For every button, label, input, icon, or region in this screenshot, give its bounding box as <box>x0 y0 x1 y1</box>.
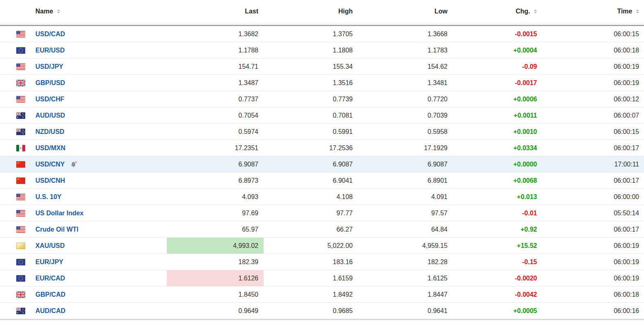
name-cell: NZD/USD <box>0 124 167 140</box>
name-cell: US Dollar Index <box>0 205 167 221</box>
chg-cell: +0.013 <box>453 189 542 205</box>
sort-icon <box>534 9 537 13</box>
time-cell: 06:00:15 <box>542 26 644 42</box>
table-row[interactable]: EUR/USD1.17881.18081.1783+0.000406:00:18 <box>0 42 644 59</box>
us-flag-icon <box>16 96 25 103</box>
table-row[interactable]: USD/CAD1.36821.37051.3668-0.001506:00:15 <box>0 26 644 42</box>
table-row[interactable]: XAU/USD4,993.025,022.004,959.15+15.5206:… <box>0 238 644 254</box>
time-cell: 05:50:14 <box>542 205 644 221</box>
instrument-link[interactable]: Crude Oil WTI <box>35 226 79 233</box>
table-row[interactable]: GBP/CAD1.84501.84921.8447-0.004206:00:18 <box>0 287 644 303</box>
instrument-link[interactable]: USD/CNY <box>35 161 65 168</box>
name-cell: GBP/CAD <box>0 287 167 302</box>
high-cell: 1.1808 <box>264 42 358 58</box>
chg-cell: +0.0004 <box>453 42 542 58</box>
chg-cell: -0.09 <box>453 59 542 74</box>
last-cell: 1.3487 <box>167 75 264 91</box>
time-cell: 06:00:00 <box>542 189 644 205</box>
instrument-link[interactable]: AUD/USD <box>35 112 65 119</box>
time-cell: 06:00:19 <box>542 238 644 254</box>
instrument-link[interactable]: AUD/CAD <box>35 307 65 315</box>
name-cell: USD/CAD <box>0 26 167 42</box>
cn-flag-icon <box>16 161 25 168</box>
table-row[interactable]: USD/MXN17.235117.253617.1929+0.033406:00… <box>0 140 644 156</box>
quotes-table: NameLastHighLowChg.Time USD/CAD1.36821.3… <box>0 0 644 320</box>
low-cell: 4.091 <box>358 189 453 205</box>
table-body: USD/CAD1.36821.37051.3668-0.001506:00:15… <box>0 26 644 319</box>
change-value: -0.09 <box>522 63 537 70</box>
low-cell: 154.62 <box>358 59 453 74</box>
column-header-name[interactable]: Name <box>0 8 167 15</box>
table-row[interactable]: Crude Oil WTI65.9766.2764.84+0.9206:00:1… <box>0 221 644 238</box>
instrument-link[interactable]: EUR/USD <box>35 47 65 54</box>
instrument-link[interactable]: USD/CNH <box>35 177 65 184</box>
table-row[interactable]: USD/CHF0.77370.77390.7720+0.000606:00:12 <box>0 91 644 107</box>
high-cell: 1.3705 <box>264 26 358 42</box>
change-value: +0.0068 <box>513 177 537 184</box>
table-row[interactable]: USD/CNH6.89736.90416.8901+0.006806:00:17 <box>0 173 644 189</box>
instrument-link[interactable]: USD/CAD <box>35 31 65 38</box>
change-value: +0.0010 <box>513 128 537 136</box>
low-cell: 17.1929 <box>358 140 453 156</box>
chg-cell: +0.92 <box>453 221 542 237</box>
chg-cell: -0.01 <box>453 205 542 221</box>
chg-cell: +0.0005 <box>453 303 542 319</box>
instrument-link[interactable]: GBP/CAD <box>35 291 65 298</box>
name-cell: XAU/USD <box>0 238 167 254</box>
high-cell: 1.6159 <box>264 270 358 286</box>
add-alert-bell-icon[interactable] <box>70 161 78 168</box>
table-row[interactable]: EUR/JPY182.39183.16182.28-0.1506:00:19 <box>0 254 644 270</box>
instrument-link[interactable]: NZD/USD <box>35 128 64 136</box>
high-cell: 6.9087 <box>264 156 358 172</box>
column-header-label: High <box>338 8 353 15</box>
column-header-chg[interactable]: Chg. <box>453 8 542 15</box>
instrument-link[interactable]: U.S. 10Y <box>35 193 61 201</box>
change-value: +15.52 <box>517 242 537 250</box>
instrument-link[interactable]: USD/CHF <box>35 96 64 103</box>
table-row[interactable]: USD/JPY154.71155.34154.62-0.0906:00:19 <box>0 59 644 75</box>
table-row[interactable]: USD/CNY6.90876.90876.9087+0.000017:00:11 <box>0 156 644 173</box>
table-row[interactable]: EUR/CAD1.61261.61591.6125-0.002006:00:19 <box>0 270 644 287</box>
name-cell: AUD/CAD <box>0 303 167 319</box>
nz-flag-icon <box>16 129 25 135</box>
eu-flag-icon <box>16 47 25 54</box>
change-value: -0.0042 <box>515 291 537 298</box>
change-value: -0.0015 <box>515 31 537 38</box>
time-cell: 06:00:19 <box>542 270 644 286</box>
table-row[interactable]: GBP/USD1.34871.35161.3481-0.001706:00:19 <box>0 75 644 91</box>
instrument-link[interactable]: EUR/CAD <box>35 275 65 282</box>
us-flag-icon <box>16 226 25 233</box>
name-cell: GBP/USD <box>0 75 167 91</box>
instrument-link[interactable]: EUR/JPY <box>35 258 63 266</box>
column-header-time[interactable]: Time <box>542 8 644 15</box>
instrument-link[interactable]: USD/MXN <box>35 144 65 152</box>
high-cell: 66.27 <box>264 221 358 237</box>
last-cell: 0.9649 <box>167 303 264 319</box>
high-cell: 5,022.00 <box>264 238 358 254</box>
chg-cell: +0.0068 <box>453 173 542 188</box>
table-row[interactable]: NZD/USD0.59740.59910.5958+0.001006:00:15 <box>0 124 644 140</box>
last-cell: 1.3682 <box>167 26 264 42</box>
instrument-link[interactable]: GBP/USD <box>35 79 65 87</box>
low-cell: 1.1783 <box>358 42 453 58</box>
low-cell: 1.3668 <box>358 26 453 42</box>
instrument-link[interactable]: USD/JPY <box>35 63 63 70</box>
instrument-link[interactable]: US Dollar Index <box>35 210 83 217</box>
time-cell: 06:00:18 <box>542 287 644 302</box>
table-row[interactable]: US Dollar Index97.6997.7797.57-0.0105:50… <box>0 205 644 221</box>
low-cell: 182.28 <box>358 254 453 270</box>
chg-cell: -0.0015 <box>453 26 542 42</box>
table-row[interactable]: U.S. 10Y4.0934.1084.091+0.01306:00:00 <box>0 189 644 205</box>
table-row[interactable]: AUD/USD0.70540.70810.7039+0.001106:00:07 <box>0 107 644 124</box>
column-header-label: Name <box>35 8 53 15</box>
last-cell: 1.1788 <box>167 42 264 58</box>
instrument-link[interactable]: XAU/USD <box>35 242 65 250</box>
change-value: +0.013 <box>517 193 537 201</box>
low-cell: 4,959.15 <box>358 238 453 254</box>
gold-flag-icon <box>16 243 25 249</box>
time-cell: 06:00:17 <box>542 173 644 188</box>
time-cell: 06:00:15 <box>542 124 644 140</box>
time-cell: 06:00:19 <box>542 59 644 74</box>
last-cell: 154.71 <box>167 59 264 74</box>
table-row[interactable]: AUD/CAD0.96490.96850.9641+0.000506:00:16 <box>0 303 644 319</box>
